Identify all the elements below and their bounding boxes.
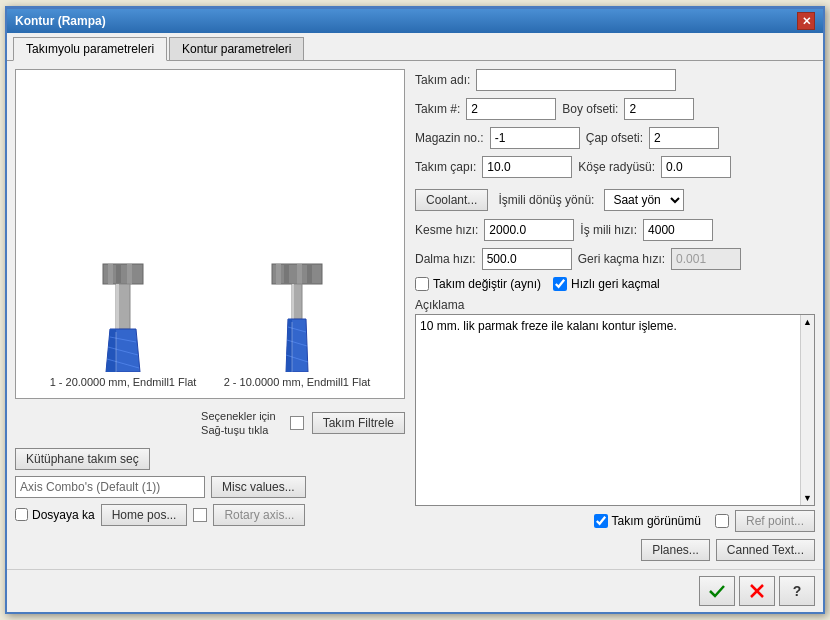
- ismili-donus-dropdown[interactable]: Saat yön Saat karşı: [604, 189, 684, 211]
- takim-filtrele-button[interactable]: Takım Filtrele: [312, 412, 405, 434]
- dalma-hizi-input[interactable]: [482, 248, 572, 270]
- hizli-geri-checkbox[interactable]: [553, 277, 567, 291]
- library-select-button[interactable]: Kütüphane takım seç: [15, 448, 150, 470]
- takim-degistir-checkbox[interactable]: [415, 277, 429, 291]
- coolant-button[interactable]: Coolant...: [415, 189, 488, 211]
- geri-kacma-hizi-label: Geri kaçma hızı:: [578, 252, 665, 266]
- planes-canned-row: Planes... Canned Text...: [415, 539, 815, 561]
- aciklama-textarea[interactable]: 10 mm. lik parmak freze ile kalanı kontu…: [416, 315, 800, 505]
- svg-rect-5: [116, 284, 119, 329]
- cap-ofseti-input[interactable]: [649, 127, 719, 149]
- takim-filtrele-checkbox[interactable]: [290, 416, 304, 430]
- options-row: Seçenekler için Sağ-tuşu tıkla Takım Fil…: [15, 405, 405, 442]
- canned-text-button[interactable]: Canned Text...: [716, 539, 815, 561]
- svg-rect-14: [284, 264, 289, 284]
- dosyaya-label: Dosyaya ka: [32, 508, 95, 522]
- is-mili-hizi-input[interactable]: [643, 219, 713, 241]
- options-text1: Seçenekler için: [201, 409, 276, 423]
- takim-capi-label: Takım çapı:: [415, 160, 476, 174]
- ref-point-checkbox[interactable]: [715, 514, 729, 528]
- title-bar: Kontur (Rampa) ✕: [7, 9, 823, 33]
- magazin-cap-row: Magazin no.: Çap ofseti:: [415, 127, 815, 149]
- tool-item-1[interactable]: 1 - 20.0000 mm, Endmill1 Flat: [50, 262, 197, 388]
- tool-label-2: 2 - 10.0000 mm, Endmill1 Flat: [224, 376, 371, 388]
- library-row: Kütüphane takım seç: [15, 448, 405, 470]
- tool-label-1: 1 - 20.0000 mm, Endmill1 Flat: [50, 376, 197, 388]
- takim-kose-row: Takım çapı: Köşe radyüsü:: [415, 156, 815, 178]
- tabs-bar: Takımyolu parametreleri Kontur parametre…: [7, 33, 823, 61]
- svg-rect-1: [108, 264, 113, 284]
- svg-rect-3: [127, 264, 132, 284]
- ismili-donus-label: İşmili dönüş yönü:: [498, 193, 594, 207]
- aciklama-label: Açıklama: [415, 298, 815, 312]
- window-bottom: ?: [7, 569, 823, 612]
- options-text2: Sağ-tuşu tıkla: [201, 423, 268, 437]
- description-scrollbar[interactable]: ▲ ▼: [800, 315, 814, 505]
- left-panel: 1 - 20.0000 mm, Endmill1 Flat: [15, 69, 405, 561]
- boy-ofseti-input[interactable]: [624, 98, 694, 120]
- geri-kacma-hizi-input[interactable]: [671, 248, 741, 270]
- takim-no-input[interactable]: [466, 98, 556, 120]
- takim-goruntumu-check[interactable]: Takım görünümü: [594, 514, 701, 528]
- tab-takimyolu[interactable]: Takımyolu parametreleri: [13, 37, 167, 61]
- takim-goruntumu-checkbox[interactable]: [594, 514, 608, 528]
- takim-degistir-label[interactable]: Takım değiştir (aynı): [415, 277, 541, 291]
- checkboxes-row: Takım değiştir (aynı) Hızlı geri kaçmal: [415, 277, 815, 291]
- planes-button[interactable]: Planes...: [641, 539, 710, 561]
- kesme-hizi-label: Kesme hızı:: [415, 223, 478, 237]
- svg-rect-16: [307, 264, 312, 284]
- main-content: 1 - 20.0000 mm, Endmill1 Flat: [7, 61, 823, 569]
- cancel-button[interactable]: [739, 576, 775, 606]
- confirm-buttons: ?: [15, 576, 815, 606]
- description-area: Açıklama 10 mm. lik parmak freze ile kal…: [415, 298, 815, 506]
- boy-ofseti-label: Boy ofseti:: [562, 102, 618, 116]
- dosyaya-checkbox[interactable]: [15, 508, 28, 521]
- svg-rect-13: [276, 264, 281, 284]
- hizli-geri-label[interactable]: Hızlı geri kaçmal: [553, 277, 660, 291]
- takim-capi-input[interactable]: [482, 156, 572, 178]
- ok-button[interactable]: [699, 576, 735, 606]
- takim-adi-input[interactable]: [476, 69, 676, 91]
- tools-row: 1 - 20.0000 mm, Endmill1 Flat: [16, 70, 404, 398]
- is-mili-hizi-label: İş mili hızı:: [580, 223, 637, 237]
- dalma-hizi-label: Dalma hızı:: [415, 252, 476, 266]
- axis-combo-input[interactable]: [15, 476, 205, 498]
- kose-radyusu-label: Köşe radyüsü:: [578, 160, 655, 174]
- svg-rect-15: [297, 264, 302, 284]
- tool-display-area: 1 - 20.0000 mm, Endmill1 Flat: [15, 69, 405, 399]
- svg-rect-18: [292, 284, 294, 319]
- cap-ofseti-label: Çap ofseti:: [586, 131, 643, 145]
- tool-icon-2: [262, 262, 332, 372]
- ref-point-check[interactable]: [715, 514, 729, 528]
- rotary-checkbox[interactable]: [193, 508, 207, 522]
- main-window: Kontur (Rampa) ✕ Takımyolu parametreleri…: [5, 6, 825, 614]
- dalma-geri-row: Dalma hızı: Geri kaçma hızı:: [415, 248, 815, 270]
- tool-icon-1: [88, 262, 158, 372]
- tab-kontur[interactable]: Kontur parametreleri: [169, 37, 304, 60]
- svg-rect-2: [116, 264, 121, 284]
- magazin-no-input[interactable]: [490, 127, 580, 149]
- ref-point-button[interactable]: Ref point...: [735, 510, 815, 532]
- takim-boy-row: Takım #: Boy ofseti:: [415, 98, 815, 120]
- right-panel: Takım adı: Takım #: Boy ofseti: Magazin …: [415, 69, 815, 561]
- axis-misc-row: Misc values...: [15, 476, 405, 498]
- close-button[interactable]: ✕: [797, 12, 815, 30]
- magazin-no-label: Magazin no.:: [415, 131, 484, 145]
- takim-ref-row: Takım görünümü Ref point...: [415, 510, 815, 532]
- takim-adi-label: Takım adı:: [415, 73, 470, 87]
- help-button[interactable]: ?: [779, 576, 815, 606]
- home-pos-button[interactable]: Home pos...: [101, 504, 188, 526]
- dosyaya-check: Dosyaya ka: [15, 508, 95, 522]
- takim-no-label: Takım #:: [415, 102, 460, 116]
- takim-adi-row: Takım adı:: [415, 69, 815, 91]
- tool-item-2[interactable]: 2 - 10.0000 mm, Endmill1 Flat: [224, 262, 371, 388]
- rotary-axis-button[interactable]: Rotary axis...: [213, 504, 305, 526]
- home-rotary-row: Dosyaya ka Home pos... Rotary axis...: [15, 504, 405, 526]
- kesme-hizi-input[interactable]: [484, 219, 574, 241]
- coolant-row: Coolant... İşmili dönüş yönü: Saat yön S…: [415, 189, 815, 211]
- window-title: Kontur (Rampa): [15, 14, 106, 28]
- kesme-ismili-row: Kesme hızı: İş mili hızı:: [415, 219, 815, 241]
- kose-radyusu-input[interactable]: [661, 156, 731, 178]
- misc-values-button[interactable]: Misc values...: [211, 476, 306, 498]
